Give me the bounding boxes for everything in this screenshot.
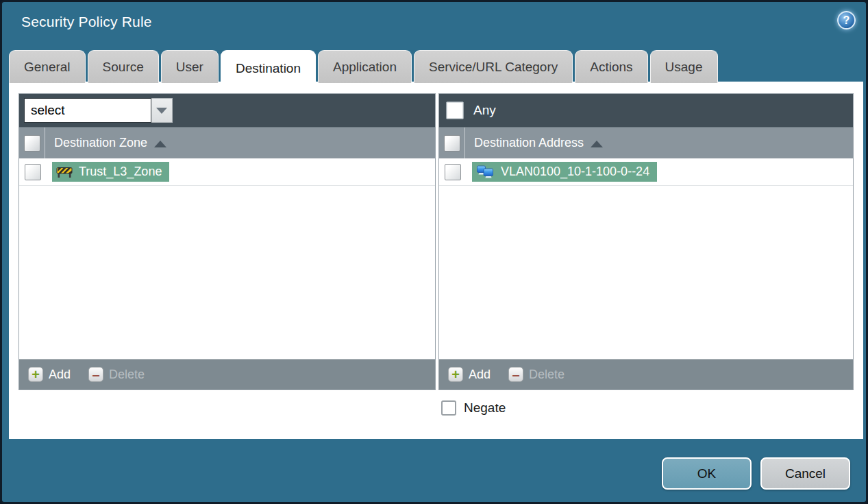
tab-user[interactable]: User <box>161 50 219 83</box>
address-item-vlan0100[interactable]: VLAN0100_10-1-100-0--24 <box>472 162 657 182</box>
add-plus-icon: + <box>28 367 43 382</box>
dialog-title: Security Policy Rule <box>21 14 152 30</box>
destination-tab-content: select Destination Zone <box>9 82 863 439</box>
address-list: VLAN0100_10-1-100-0--24 <box>439 158 853 359</box>
zone-list: Trust_L3_Zone <box>19 158 435 359</box>
zone-select-input[interactable]: select <box>24 98 151 123</box>
tab-application[interactable]: Application <box>318 50 412 83</box>
tab-usage[interactable]: Usage <box>650 50 718 83</box>
zone-select-combo: select <box>24 98 173 123</box>
sort-ascending-icon[interactable] <box>591 141 603 147</box>
tab-bar: General Source User Destination Applicat… <box>9 49 718 83</box>
tab-source[interactable]: Source <box>88 50 159 83</box>
zone-column-header: Destination Zone <box>19 127 435 158</box>
negate-row: Negate <box>441 400 506 416</box>
sort-ascending-icon[interactable] <box>154 141 166 147</box>
address-row-checkbox[interactable] <box>445 164 461 180</box>
negate-label: Negate <box>464 400 506 416</box>
zone-add-button[interactable]: + Add <box>28 367 71 382</box>
table-row: Trust_L3_Zone <box>19 158 435 186</box>
negate-checkbox[interactable] <box>441 400 456 416</box>
zone-item-label: Trust_L3_Zone <box>79 165 162 179</box>
tab-service-url-category[interactable]: Service/URL Category <box>414 50 573 83</box>
zone-panel-footer: + Add – Delete <box>19 359 435 389</box>
address-column-header: Destination Address <box>439 127 853 158</box>
zone-delete-button[interactable]: – Delete <box>88 367 145 382</box>
zone-select-all-checkbox[interactable] <box>24 135 40 152</box>
ok-button[interactable]: OK <box>662 457 752 490</box>
zone-barrier-icon <box>56 166 73 178</box>
add-plus-icon: + <box>448 367 463 382</box>
zone-filter-bar: select <box>19 94 435 127</box>
destination-address-panel: Any Destination Address <box>438 93 854 390</box>
any-checkbox[interactable] <box>446 101 464 119</box>
tab-general[interactable]: General <box>9 50 86 83</box>
zone-item-trust-l3-zone[interactable]: Trust_L3_Zone <box>52 162 169 182</box>
security-policy-rule-dialog: Security Policy Rule ? General Source Us… <box>0 0 868 504</box>
address-any-bar: Any <box>439 94 853 127</box>
delete-minus-icon: – <box>88 367 103 382</box>
zone-row-checkbox[interactable] <box>25 164 41 180</box>
network-address-icon <box>476 165 495 179</box>
help-icon[interactable]: ? <box>837 11 856 29</box>
zone-column-title[interactable]: Destination Zone <box>54 136 147 150</box>
zone-select-dropdown-button[interactable] <box>151 98 173 123</box>
address-delete-button[interactable]: – Delete <box>508 367 565 382</box>
address-select-all-checkbox[interactable] <box>444 135 460 152</box>
any-label: Any <box>473 103 496 118</box>
address-item-label: VLAN0100_10-1-100-0--24 <box>501 165 649 179</box>
address-column-title[interactable]: Destination Address <box>474 136 584 150</box>
tab-destination[interactable]: Destination <box>221 50 316 86</box>
delete-minus-icon: – <box>508 367 523 382</box>
destination-zone-panel: select Destination Zone <box>18 93 436 390</box>
titlebar: Security Policy Rule ? <box>2 2 866 45</box>
address-add-button[interactable]: + Add <box>448 367 491 382</box>
address-panel-footer: + Add – Delete <box>439 359 853 389</box>
cancel-button[interactable]: Cancel <box>760 457 850 490</box>
table-row: VLAN0100_10-1-100-0--24 <box>439 158 853 186</box>
tab-actions[interactable]: Actions <box>575 50 647 83</box>
chevron-down-icon <box>156 108 167 114</box>
